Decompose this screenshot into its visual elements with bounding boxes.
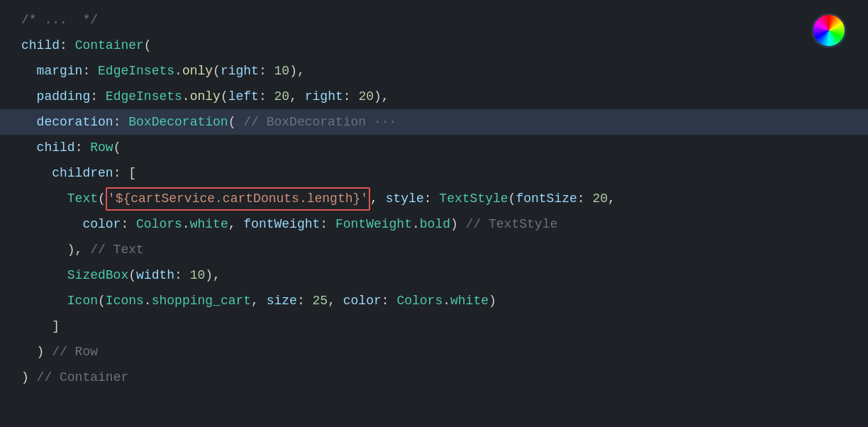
code-editor: /* ... */ child: Container( margin: Edge… xyxy=(0,0,868,427)
code-line-5: decoration: BoxDecoration( // BoxDecorat… xyxy=(0,109,868,135)
code-line-15: ) // Container xyxy=(0,365,868,391)
code-line-12: Icon(Icons.shopping_cart, size: 25, colo… xyxy=(0,289,868,314)
comment-text-1: /* ... */ xyxy=(21,10,98,30)
code-line-4: padding: EdgeInsets.only(left: 20, right… xyxy=(0,84,868,109)
code-line-3: margin: EdgeInsets.only(right: 10), xyxy=(0,58,868,84)
code-line-2: child: Container( xyxy=(0,33,868,58)
code-line-11: SizedBox(width: 10), xyxy=(0,263,868,289)
code-line-6: child: Row( xyxy=(0,135,868,160)
code-line-8: Text('${cartService.cartDonuts.length}',… xyxy=(0,186,868,212)
code-line-14: ) // Row xyxy=(0,340,868,365)
highlighted-string: '${cartService.cartDonuts.length}' xyxy=(106,187,370,211)
code-line-7: children: [ xyxy=(0,160,868,186)
code-line-13: ] xyxy=(0,314,868,340)
code-line-9: color: Colors.white, fontWeight: FontWei… xyxy=(0,212,868,238)
color-wheel-graphic xyxy=(811,13,847,48)
code-line-10: ), // Text xyxy=(0,238,868,263)
code-line-1: /* ... */ xyxy=(0,7,868,33)
property-child-1: child xyxy=(21,35,60,56)
color-wheel-icon[interactable] xyxy=(811,13,847,48)
